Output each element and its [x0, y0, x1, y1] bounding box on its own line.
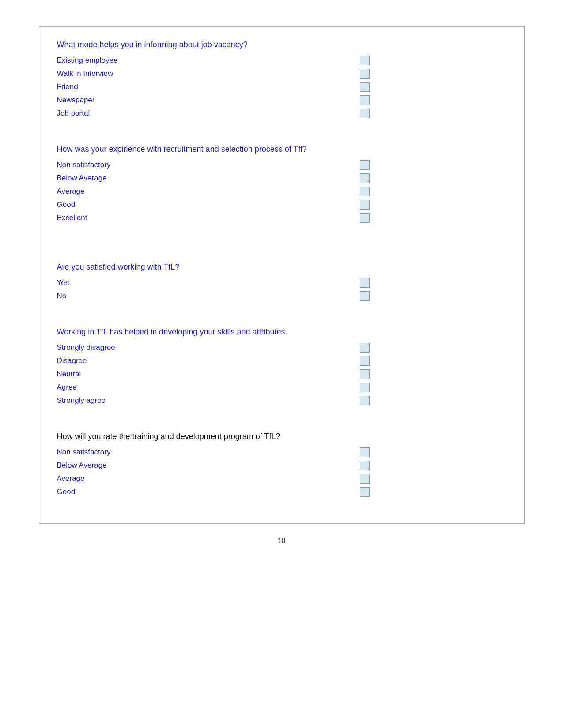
checkbox-q4-1[interactable]: [360, 343, 370, 353]
question-3: Are you satisfied working with TfL?: [57, 263, 506, 272]
checkbox-q4-3[interactable]: [360, 369, 370, 379]
options-q1: Existing employee Walk in Interview Frie…: [57, 56, 506, 118]
checkbox-q4-4[interactable]: [360, 383, 370, 392]
list-item: Excellent: [57, 213, 506, 223]
checkbox-q2-4[interactable]: [360, 200, 370, 210]
checkbox-q3-2[interactable]: [360, 291, 370, 301]
checkbox-q1-2[interactable]: [360, 69, 370, 79]
list-item: Strongly agree: [57, 396, 506, 405]
checkbox-q2-3[interactable]: [360, 187, 370, 196]
list-item: Below Average: [57, 461, 506, 470]
list-item: Agree: [57, 383, 506, 392]
section-q4: Working in TfL has helped in developing …: [57, 327, 506, 405]
list-item: Average: [57, 474, 506, 484]
question-1: What mode helps you in informing about j…: [57, 40, 506, 49]
checkbox-q1-3[interactable]: [360, 82, 370, 92]
checkbox-q5-4[interactable]: [360, 487, 370, 497]
checkbox-q1-1[interactable]: [360, 56, 370, 65]
question-4: Working in TfL has helped in developing …: [57, 327, 506, 337]
page-number: 10: [35, 537, 528, 545]
section-q5: How will you rate the training and devel…: [57, 432, 506, 497]
checkbox-q1-5[interactable]: [360, 109, 370, 118]
checkbox-q4-2[interactable]: [360, 356, 370, 366]
checkbox-q5-2[interactable]: [360, 461, 370, 470]
options-q5: Non satisfactory Below Average Average G…: [57, 447, 506, 497]
list-item: Newspaper: [57, 95, 506, 105]
section-q3: Are you satisfied working with TfL? Yes …: [57, 263, 506, 301]
section-q1: What mode helps you in informing about j…: [57, 40, 506, 118]
list-item: Job portal: [57, 109, 506, 118]
section-q2: How was your expirience with recruitment…: [57, 145, 506, 223]
list-item: Average: [57, 187, 506, 196]
options-q2: Non satisfactory Below Average Average G…: [57, 160, 506, 223]
list-item: Strongly disagree: [57, 343, 506, 353]
checkbox-q5-3[interactable]: [360, 474, 370, 484]
options-q3: Yes No: [57, 278, 506, 301]
list-item: Non satisfactory: [57, 447, 506, 457]
list-item: Existing employee: [57, 56, 506, 65]
checkbox-q2-5[interactable]: [360, 213, 370, 223]
list-item: Good: [57, 200, 506, 210]
list-item: Non satisfactory: [57, 160, 506, 170]
checkbox-q3-1[interactable]: [360, 278, 370, 288]
options-q4: Strongly disagree Disagree Neutral Agree…: [57, 343, 506, 405]
list-item: Friend: [57, 82, 506, 92]
checkbox-q5-1[interactable]: [360, 447, 370, 457]
question-5: How will you rate the training and devel…: [57, 432, 506, 441]
list-item: Yes: [57, 278, 506, 288]
checkbox-q1-4[interactable]: [360, 95, 370, 105]
question-2: How was your expirience with recruitment…: [57, 145, 506, 154]
list-item: Walk in Interview: [57, 69, 506, 79]
checkbox-q2-1[interactable]: [360, 160, 370, 170]
list-item: Good: [57, 487, 506, 497]
list-item: Below Average: [57, 173, 506, 183]
checkbox-q2-2[interactable]: [360, 173, 370, 183]
list-item: Neutral: [57, 369, 506, 379]
checkbox-q4-5[interactable]: [360, 396, 370, 405]
survey-form: What mode helps you in informing about j…: [39, 26, 525, 524]
list-item: Disagree: [57, 356, 506, 366]
list-item: No: [57, 291, 506, 301]
